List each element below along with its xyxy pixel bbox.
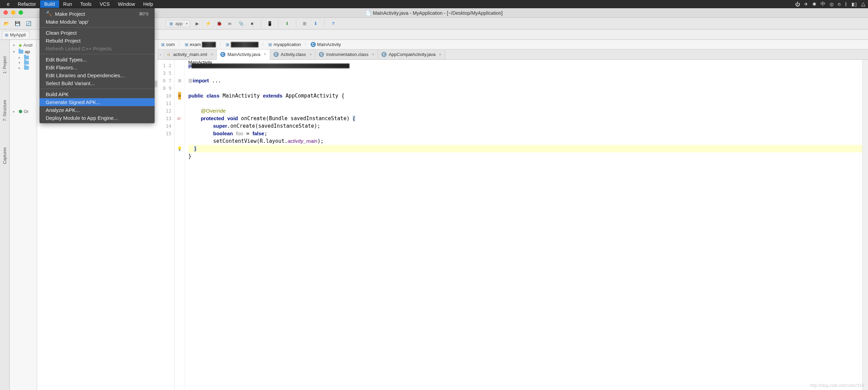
breadcrumb-item[interactable]: ▣myapplication: [267, 41, 304, 48]
hammer-icon: 🔨: [46, 11, 52, 17]
menu-build-apk[interactable]: Build APK: [40, 90, 155, 98]
help-icon[interactable]: ?: [330, 20, 337, 27]
sync-icon[interactable]: 🔄: [25, 20, 32, 27]
status-icon[interactable]: ✱: [812, 1, 816, 7]
editor-tab[interactable]: C Activity.class ×: [270, 49, 315, 59]
intention-bulb-icon[interactable]: 💡: [177, 145, 182, 152]
battery-icon[interactable]: ▮▯: [852, 1, 857, 7]
code-editor[interactable]: MainActivity 1 2 3 5 6 7 8 9 10 11 12 13…: [157, 60, 868, 390]
tool-tab-structure[interactable]: 7: Structure: [2, 97, 8, 124]
gradle-icon: ⬢: [19, 109, 22, 114]
menu-edit-libraries[interactable]: Edit Libraries and Dependencies...: [40, 71, 155, 79]
menu-deploy-appengine[interactable]: Deploy Module to App Engine...: [40, 114, 155, 122]
menu-rebuild-project[interactable]: Rebuild Project: [40, 37, 155, 45]
menu-analyze-apk[interactable]: Analyze APK...: [40, 106, 155, 114]
open-icon[interactable]: 📂: [3, 20, 10, 27]
stop-button[interactable]: ■: [248, 20, 256, 27]
tree-row[interactable]: ▸: [10, 55, 37, 60]
locked-class-icon: C: [274, 52, 279, 57]
menu-item-vcs[interactable]: VCS: [96, 0, 114, 8]
menu-clean-project[interactable]: Clean Project: [40, 29, 155, 37]
tool-tab-project[interactable]: 1: Project: [2, 54, 8, 77]
folder-icon: [24, 66, 29, 70]
close-tab-icon[interactable]: ×: [372, 52, 374, 57]
menu-item-build[interactable]: Build: [40, 0, 59, 8]
minimize-window-button[interactable]: [11, 10, 15, 15]
save-all-icon[interactable]: 💾: [14, 20, 21, 27]
override-icon[interactable]: o: [178, 92, 181, 100]
separator: [278, 20, 279, 27]
layout-inspector-icon[interactable]: ⊞: [301, 20, 309, 27]
editor-area: ▣com 〉 ▣exam 〉 ▣ 〉 ▣myapplication 〉 CMai…: [157, 40, 868, 390]
override-up-icon[interactable]: o↑: [177, 115, 182, 122]
tree-row[interactable]: ▸⬢Gr: [10, 108, 37, 115]
wifi-icon[interactable]: ⧋: [861, 1, 865, 7]
debug-button[interactable]: 🐞: [215, 20, 223, 27]
window-title: MainActivity.java - MyApplication - [~/D…: [373, 10, 503, 16]
editor-tab[interactable]: C Instrumentation.class ×: [315, 49, 378, 59]
nav-tab-project[interactable]: ▣ MyAppli: [2, 31, 30, 38]
separator: [37, 20, 37, 27]
profile-icon[interactable]: ⏯: [226, 20, 234, 27]
menu-make-module[interactable]: Make Module 'app': [40, 18, 155, 26]
status-icon[interactable]: ◎: [830, 1, 834, 7]
menu-item-window[interactable]: Window: [114, 0, 139, 8]
tree-row[interactable]: ▾: [10, 60, 37, 65]
separator: [296, 20, 296, 27]
separator: [324, 20, 325, 27]
os-menubar: e Refactor Build Run Tools VCS Window He…: [0, 0, 868, 8]
menu-item-run[interactable]: Run: [59, 0, 76, 8]
avd-manager-icon[interactable]: 📱: [266, 20, 274, 27]
menu-item-help[interactable]: Help: [139, 0, 157, 8]
close-tab-icon[interactable]: ×: [264, 52, 266, 57]
status-icon[interactable]: ⎋: [838, 1, 841, 7]
tab-scroll-left[interactable]: ‹: [159, 49, 162, 59]
menu-edit-flavors[interactable]: Edit Flavors...: [40, 64, 155, 71]
download-icon[interactable]: ⬇: [312, 20, 320, 27]
editor-tab[interactable]: ⩤ activity_main.xml ×: [162, 49, 217, 59]
menu-generate-signed-apk[interactable]: Generate Signed APK...: [40, 98, 155, 106]
menu-item-refactor[interactable]: Refactor: [14, 0, 40, 8]
breadcrumb-item[interactable]: ▣com: [159, 41, 178, 48]
run-button[interactable]: ▶: [193, 20, 201, 27]
close-window-button[interactable]: [3, 10, 8, 15]
tool-tab-captures[interactable]: Captures: [2, 145, 8, 167]
close-tab-icon[interactable]: ×: [309, 52, 312, 57]
breadcrumb-item[interactable]: ▣: [224, 41, 261, 48]
status-icon[interactable]: ⏻: [795, 1, 800, 7]
sdk-manager-icon[interactable]: ⬇: [283, 20, 291, 27]
menu-item-e[interactable]: e: [3, 0, 14, 8]
menu-select-build-variant[interactable]: Select Build Variant...: [40, 79, 155, 87]
breadcrumb-item[interactable]: ▣exam: [183, 41, 219, 48]
bluetooth-icon[interactable]: ᛒ: [845, 1, 847, 7]
status-icon[interactable]: ✈: [804, 1, 808, 7]
tree-row[interactable]: ▾◆Andr: [10, 42, 37, 48]
apply-changes-icon[interactable]: ⚡: [204, 20, 212, 27]
class-icon: C: [220, 52, 225, 57]
build-dropdown-menu: 🔨Make Project ⌘F9 Make Module 'app' Clea…: [40, 8, 155, 123]
close-tab-icon[interactable]: ×: [211, 52, 213, 57]
line-number-gutter: 1 2 3 5 6 7 8 9 10 11 12 13 14 15: [157, 60, 175, 390]
locked-class-icon: C: [381, 52, 387, 57]
tree-row[interactable]: ▸: [10, 65, 37, 70]
menu-item-tools[interactable]: Tools: [76, 0, 96, 8]
close-tab-icon[interactable]: ×: [439, 52, 441, 57]
menu-separator: [40, 89, 155, 89]
menu-make-project[interactable]: 🔨Make Project ⌘F9: [40, 10, 155, 18]
menu-edit-build-types[interactable]: Edit Build Types...: [40, 56, 155, 64]
editor-scrollbar[interactable]: [863, 60, 868, 390]
code-text[interactable]: p ⊞import ... public class MainActivity …: [185, 60, 863, 390]
maximize-window-button[interactable]: [19, 10, 23, 15]
folder-icon: [24, 56, 29, 59]
editor-tab[interactable]: C AppCompatActivity.java ×: [378, 49, 445, 59]
run-config-selector[interactable]: ▣ app: [166, 20, 190, 27]
status-icon[interactable]: 中: [821, 1, 825, 7]
tree-row[interactable]: ▾ap: [10, 48, 37, 55]
attach-debugger-icon[interactable]: 📎: [237, 20, 245, 27]
watermark: http://blog.csdn.net/csdn2314: [810, 383, 864, 388]
editor-tab[interactable]: C MainActivity.java ×: [217, 49, 270, 60]
breadcrumb-item[interactable]: CMainActivity: [309, 41, 344, 48]
folder-icon: ▣: [161, 42, 165, 47]
folder-icon: ▣: [4, 32, 9, 37]
shortcut-label: ⌘F9: [139, 11, 148, 16]
